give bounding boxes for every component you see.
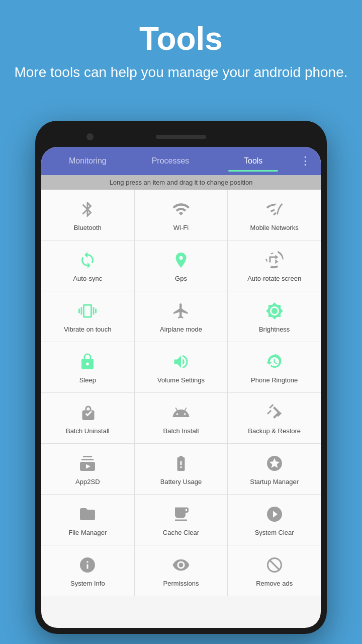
airplane-label: Airplane mode (160, 326, 202, 334)
tool-ringtone[interactable]: Phone Ringtone (228, 342, 321, 392)
file-manager-icon (76, 503, 99, 526)
hint-bar: Long press an item and drag it to change… (41, 175, 321, 190)
tool-cache-clear[interactable]: Cache Clear (135, 495, 228, 545)
cache-clear-label: Cache Clear (163, 529, 199, 537)
auto-rotate-icon (263, 249, 286, 272)
batch-uninstall-label: Batch Uninstall (66, 427, 110, 435)
cache-clear-icon (169, 503, 193, 526)
volume-label: Volume Settings (157, 376, 205, 384)
bluetooth-icon (76, 198, 99, 221)
tool-remove-ads[interactable]: Remove ads (228, 545, 321, 596)
phone-screen: Monitoring Processes Tools ⋮ Long press … (41, 147, 321, 628)
wifi-label: Wi-Fi (173, 224, 189, 232)
brightness-icon (263, 299, 286, 323)
wifi-icon (169, 198, 193, 221)
ringtone-icon (263, 350, 286, 373)
tab-bar: Monitoring Processes Tools ⋮ (41, 147, 321, 175)
page-title: Tools (10, 20, 352, 57)
tool-mobile-networks[interactable]: Mobile Networks (228, 190, 321, 240)
tool-airplane[interactable]: Airplane mode (135, 291, 228, 342)
backup-restore-icon (263, 401, 286, 424)
tab-monitoring[interactable]: Monitoring (46, 152, 129, 170)
battery-label: Battery Usage (160, 478, 202, 486)
page-header: Tools More tools can help you manage you… (0, 0, 362, 92)
phone-speaker (156, 135, 206, 139)
tool-file-manager[interactable]: File Manager (41, 495, 134, 545)
vibrate-label: Vibrate on touch (64, 326, 111, 334)
mobile-networks-icon (263, 198, 286, 221)
mobile-networks-label: Mobile Networks (250, 224, 299, 232)
vibrate-icon (76, 299, 99, 323)
batch-install-icon (169, 401, 193, 424)
bluetooth-label: Bluetooth (74, 224, 102, 232)
tool-app2sd[interactable]: App2SD (41, 444, 134, 494)
tool-startup[interactable]: Startup Manager (228, 444, 321, 494)
tab-tools[interactable]: Tools (212, 152, 295, 170)
tool-permissions[interactable]: Permissions (135, 545, 228, 596)
phone-notch (41, 127, 321, 147)
batch-install-label: Batch Install (163, 427, 199, 435)
gps-icon (169, 249, 193, 272)
tab-processes[interactable]: Processes (129, 152, 212, 170)
tool-volume[interactable]: Volume Settings (135, 342, 228, 392)
startup-label: Startup Manager (250, 478, 299, 486)
permissions-label: Permissions (163, 580, 199, 588)
app2sd-icon (76, 452, 99, 475)
remove-ads-icon (263, 553, 286, 577)
battery-icon (169, 452, 193, 475)
tool-sleep[interactable]: Sleep (41, 342, 134, 392)
phone-camera (86, 133, 94, 140)
tool-system-info[interactable]: System Info (41, 545, 134, 596)
tool-brightness[interactable]: Brightness (228, 291, 321, 342)
airplane-icon (169, 299, 193, 323)
volume-icon (169, 350, 193, 373)
tool-battery[interactable]: Battery Usage (135, 444, 228, 494)
brightness-label: Brightness (259, 326, 290, 334)
tool-backup-restore[interactable]: Backup & Restore (228, 393, 321, 443)
sleep-icon (76, 350, 99, 373)
system-clear-label: System Clear (255, 529, 294, 537)
auto-sync-icon (76, 249, 99, 272)
tool-auto-rotate[interactable]: Auto-rotate screen (228, 240, 321, 291)
tool-vibrate[interactable]: Vibrate on touch (41, 291, 134, 342)
gps-label: Gps (175, 275, 187, 283)
backup-restore-label: Backup & Restore (248, 427, 301, 435)
tool-auto-sync[interactable]: Auto-sync (41, 240, 134, 291)
auto-rotate-label: Auto-rotate screen (247, 275, 301, 283)
more-menu-button[interactable]: ⋮ (295, 154, 316, 168)
tool-system-clear[interactable]: System Clear (228, 495, 321, 545)
tool-wifi[interactable]: Wi-Fi (135, 190, 228, 240)
tool-batch-install[interactable]: Batch Install (135, 393, 228, 443)
startup-icon (263, 452, 286, 475)
tool-bluetooth[interactable]: Bluetooth (41, 190, 134, 240)
system-info-icon (76, 553, 99, 577)
permissions-icon (169, 553, 193, 577)
ringtone-label: Phone Ringtone (251, 376, 298, 384)
auto-sync-label: Auto-sync (73, 275, 102, 283)
tool-gps[interactable]: Gps (135, 240, 228, 291)
file-manager-label: File Manager (68, 529, 107, 537)
tool-batch-uninstall[interactable]: Batch Uninstall (41, 393, 134, 443)
system-clear-icon (263, 503, 286, 526)
batch-uninstall-icon (76, 401, 99, 424)
tools-grid: Bluetooth Wi-Fi Mobile Networks (41, 190, 321, 596)
system-info-label: System Info (70, 580, 105, 588)
sleep-label: Sleep (79, 376, 96, 384)
phone-mockup: Monitoring Processes Tools ⋮ Long press … (35, 121, 327, 634)
app2sd-label: App2SD (75, 478, 100, 486)
remove-ads-label: Remove ads (256, 580, 293, 588)
page-subtitle: More tools can help you manage your andr… (10, 62, 352, 82)
